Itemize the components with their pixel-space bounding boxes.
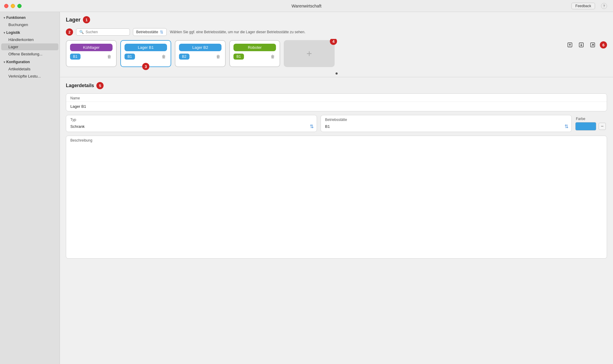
delete-icon-lager-b2[interactable]: 🗑 [215, 54, 221, 60]
betrieb-field: Betriebsstätte B1 ⇅ [321, 115, 572, 132]
window-title: Warenwirtschaft [292, 4, 321, 8]
sidebar-section-header-funktionen[interactable]: ▾ Funktionen [0, 14, 60, 21]
sidebar-section-logistik: ▾ Logistik Händlerkonten Lager Offene Be… [0, 29, 60, 57]
badge-5: 5 [96, 82, 104, 89]
sidebar-section-label-logistik: Logistik [6, 31, 20, 35]
chevron-down-icon: ▾ [4, 16, 5, 19]
sidebar-item-buchungen[interactable]: Buchungen [1, 21, 58, 28]
betriebsstaette-select[interactable]: Betriebsstätte ⇅ [133, 28, 167, 36]
sidebar-item-verknuepfte[interactable]: Verknüpfte Lestu... [1, 73, 58, 80]
farbe-label: Farbe [575, 117, 606, 121]
minimize-button[interactable] [11, 4, 15, 8]
sidebar-section-header-konfiguration[interactable]: ▾ Konfiguration [0, 59, 60, 65]
card-kuehllager[interactable]: Kühllager B1 🗑 [66, 40, 117, 67]
feedback-button[interactable]: Feedback [571, 3, 595, 9]
betrieb-label: Betriebsstätte [321, 115, 571, 122]
main-wrapper: 6 Lager 1 2 🔍 Betriebsstätte ⇅ Wählen Si… [60, 12, 613, 364]
betrieb-select[interactable]: B1 ⇅ [321, 122, 571, 132]
card-footer-kuehllager: B1 🗑 [70, 54, 113, 60]
main-content: 6 Lager 1 2 🔍 Betriebsstätte ⇅ Wählen Si… [60, 12, 613, 364]
traffic-lights [4, 4, 22, 8]
stepper-icon: ⇅ [160, 30, 163, 34]
card-tag-lager-b2: B2 [179, 54, 189, 60]
card-tag-lager-b1: B1 [125, 54, 135, 60]
card-tag-kuehllager: B1 [70, 54, 81, 60]
card-name-kuehllager[interactable]: Kühllager [70, 44, 113, 51]
name-input[interactable] [66, 102, 607, 111]
details-header: Lagerdetails 5 [66, 82, 607, 89]
row-fields: Typ Schrank ⇅ Betriebsstätte B1 ⇅ [66, 115, 607, 132]
delete-icon-lager-b1[interactable]: 🗑 [160, 54, 167, 60]
beschreibung-textarea[interactable] [66, 144, 607, 257]
lager-title: Lager [66, 17, 81, 23]
badge-1: 1 [83, 16, 90, 23]
beschreibung-label: Beschreibung [66, 136, 607, 144]
search-input[interactable] [86, 30, 127, 34]
pagination-dot-1 [336, 72, 338, 75]
pagination-dots [60, 71, 613, 77]
search-box[interactable]: 🔍 [76, 28, 130, 36]
sidebar-item-artikeldetails[interactable]: Artikeldetails [1, 66, 58, 72]
sidebar-section-label-konfiguration: Konfiguration [6, 60, 30, 64]
sidebar: ▾ Funktionen Buchungen ▾ Logistik Händle… [0, 12, 60, 364]
card-footer-lager-b1: B1 🗑 [125, 54, 167, 60]
help-button[interactable]: ? [601, 3, 607, 9]
name-field-group: Name [66, 93, 607, 111]
delete-icon-roboter[interactable]: 🗑 [269, 54, 276, 60]
card-name-lager-b2[interactable]: Lager B2 [179, 44, 221, 51]
cards-area: Kühllager B1 🗑 3 Lager B1 B1 🗑 [60, 39, 613, 71]
card-roboter[interactable]: Roboter B1 🗑 [229, 40, 280, 67]
betrieb-stepper-icon: ⇅ [565, 124, 568, 129]
add-card[interactable]: 4 + [284, 40, 335, 67]
delete-icon-kuehllager[interactable]: 🗑 [106, 54, 113, 60]
card-footer-lager-b2: B2 🗑 [179, 54, 221, 60]
name-label: Name [66, 94, 607, 102]
sidebar-section-header-logistik[interactable]: ▾ Logistik [0, 29, 60, 36]
app-body: ▾ Funktionen Buchungen ▾ Logistik Händle… [0, 12, 613, 364]
card-lager-b1[interactable]: 3 Lager B1 B1 🗑 [120, 40, 171, 67]
lager-section-header: Lager 1 [60, 12, 613, 26]
sidebar-item-lager[interactable]: Lager [1, 43, 58, 50]
sidebar-item-offene-bestellung[interactable]: Offene Bestellung... [1, 51, 58, 57]
toolbar: 2 🔍 Betriebsstätte ⇅ Wählen Sie ggf. ein… [60, 26, 613, 39]
color-swatch[interactable] [575, 122, 596, 131]
typ-label: Typ [66, 115, 317, 122]
search-icon: 🔍 [79, 30, 84, 34]
farbe-field: Farbe − [575, 115, 607, 132]
toolbar-hint: Wählen Sie ggf. eine Betriebsstätte, um … [170, 30, 607, 34]
typ-stepper-icon: ⇅ [310, 124, 314, 129]
sidebar-section-label-funktionen: Funktionen [6, 16, 26, 20]
sidebar-section-konfiguration: ▾ Konfiguration Artikeldetails Verknüpft… [0, 59, 60, 80]
details-section: Lagerdetails 5 Name Typ Schrank ⇅ [60, 77, 613, 364]
details-title: Lagerdetails [66, 83, 94, 88]
card-lager-b2[interactable]: Lager B2 B2 🗑 [175, 40, 226, 67]
sidebar-item-haendlerkonten[interactable]: Händlerkonten [1, 36, 58, 43]
card-name-roboter[interactable]: Roboter [233, 44, 276, 51]
badge-2: 2 [66, 28, 73, 36]
fullscreen-button[interactable] [17, 4, 22, 8]
farbe-controls: − [575, 122, 606, 131]
badge-4: 4 [330, 39, 337, 45]
beschreibung-field: Beschreibung [66, 136, 607, 259]
sidebar-section-funktionen: ▾ Funktionen Buchungen [0, 14, 60, 28]
titlebar: Warenwirtschaft Feedback ? [0, 0, 613, 12]
close-button[interactable] [4, 4, 8, 8]
chevron-down-icon-logistik: ▾ [4, 31, 5, 34]
chevron-down-icon-konfiguration: ▾ [4, 60, 5, 64]
typ-field: Typ Schrank ⇅ [66, 115, 317, 132]
betrieb-value: B1 [325, 124, 330, 129]
add-card-icon: + [306, 48, 312, 59]
card-name-lager-b1[interactable]: Lager B1 [125, 44, 167, 51]
betriebsstaette-label: Betriebsstätte [136, 30, 158, 34]
minus-button[interactable]: − [599, 123, 606, 130]
typ-select[interactable]: Schrank ⇅ [66, 122, 317, 132]
typ-value: Schrank [70, 124, 85, 129]
badge-3: 3 [142, 63, 149, 70]
card-footer-roboter: B1 🗑 [233, 54, 276, 60]
card-tag-roboter: B1 [233, 54, 244, 60]
